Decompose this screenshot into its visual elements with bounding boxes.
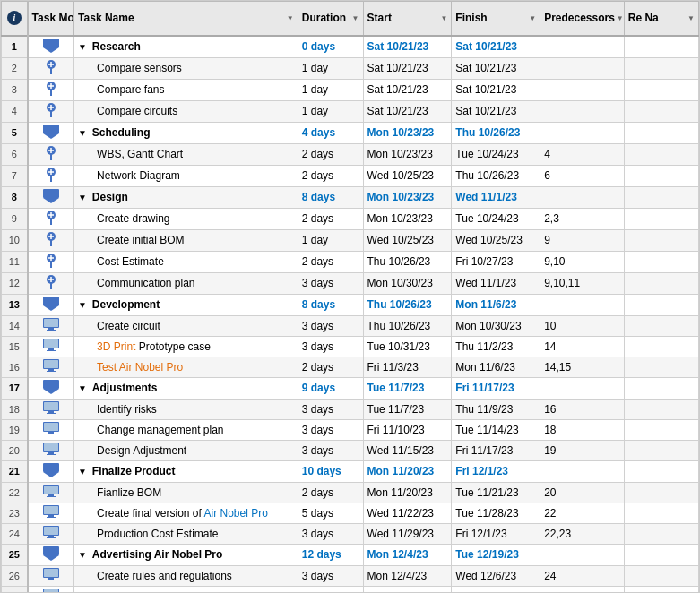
task-name-cell[interactable]: WBS, Gantt Chart	[74, 143, 298, 165]
predecessors-cell[interactable]	[540, 544, 625, 565]
resource-cell[interactable]	[624, 208, 698, 229]
finish-cell[interactable]: Wed 10/25/23	[452, 229, 540, 251]
start-cell[interactable]: Wed 11/15/23	[363, 440, 452, 460]
task-name-cell[interactable]: Identify risks	[74, 399, 298, 419]
resource-cell[interactable]	[624, 251, 698, 272]
collapse-arrow-icon[interactable]: ▼	[78, 193, 90, 202]
resource-cell[interactable]	[624, 315, 698, 336]
resource-cell[interactable]	[624, 377, 698, 399]
finish-cell[interactable]: Mon 11/6/23	[452, 294, 540, 315]
finish-cell[interactable]: Tue 12/12/23	[452, 586, 540, 593]
task-name-cell[interactable]: ▼ Scheduling	[74, 122, 298, 143]
table-row[interactable]: 18 Identify risks3 daysTue 11/7/23Thu 11…	[2, 399, 699, 419]
header-duration[interactable]: Duration ▼	[298, 2, 363, 36]
table-row[interactable]: 9 Create drawing2 daysMon 10/23/23Tue 10…	[2, 208, 699, 229]
predecessors-cell[interactable]	[540, 294, 625, 315]
duration-cell[interactable]: 0 days	[298, 36, 363, 58]
table-row[interactable]: 24 Production Cost Estimate3 daysWed 11/…	[2, 523, 699, 544]
task-name-cell[interactable]: ▼ Advertising Air Nobel Pro	[74, 544, 298, 565]
predecessors-cell[interactable]	[540, 122, 625, 143]
table-row[interactable]: 17 ▼ Adjustments9 daysTue 11/7/23Fri 11/…	[2, 377, 699, 399]
table-row[interactable]: 14 Create circuit3 daysThu 10/26/23Mon 1…	[2, 315, 699, 336]
task-name-cell[interactable]: Test Air Nobel Pro	[74, 357, 298, 377]
duration-cell[interactable]: 1 day	[298, 229, 363, 251]
duration-cell[interactable]: 8 days	[298, 294, 363, 315]
start-cell[interactable]: Thu 10/26/23	[363, 315, 452, 336]
finish-cell[interactable]: Wed 11/1/23	[452, 186, 540, 208]
predecessors-cell[interactable]: 22,23	[540, 523, 625, 544]
duration-cell[interactable]: 3 days	[298, 440, 363, 460]
table-row[interactable]: 8 ▼ Design8 daysMon 10/23/23Wed 11/1/23	[2, 186, 699, 208]
predecessors-cell[interactable]: 16	[540, 399, 625, 419]
finish-cell[interactable]: Thu 11/2/23	[452, 336, 540, 357]
task-name-cell[interactable]: ▼ Development	[74, 294, 298, 315]
resource-cell[interactable]	[624, 544, 698, 565]
start-cell[interactable]: Fri 11/3/23	[363, 357, 452, 377]
resource-cell[interactable]	[624, 143, 698, 165]
resource-cell[interactable]	[624, 229, 698, 251]
task-name-cell[interactable]: Compare fans	[74, 79, 298, 100]
finish-cell[interactable]: Fri 12/1/23	[452, 460, 540, 482]
start-cell[interactable]: Mon 12/4/23	[363, 544, 452, 565]
resource-cell[interactable]	[624, 503, 698, 523]
task-name-cell[interactable]: ▼ Design	[74, 186, 298, 208]
start-cell[interactable]: Thu 10/26/23	[363, 251, 452, 272]
predecessors-cell[interactable]: 22	[540, 503, 625, 523]
finish-cell[interactable]: Tue 12/19/23	[452, 544, 540, 565]
collapse-arrow-icon[interactable]: ▼	[78, 128, 90, 138]
duration-cell[interactable]: 3 days	[298, 399, 363, 419]
predecessors-cell[interactable]	[540, 186, 625, 208]
duration-cell[interactable]: 1 day	[298, 57, 363, 79]
table-row[interactable]: 12 Communication plan3 daysMon 10/30/23W…	[2, 272, 699, 294]
start-cell[interactable]: Wed 11/29/23	[363, 523, 452, 544]
start-cell[interactable]: Mon 10/23/23	[363, 143, 452, 165]
resource-cell[interactable]	[624, 79, 698, 100]
resource-cell[interactable]	[624, 565, 698, 586]
duration-cell[interactable]: 3 days	[298, 315, 363, 336]
task-name-cell[interactable]: Fianlize BOM	[74, 482, 298, 503]
finish-cell[interactable]: Sat 10/21/23	[452, 100, 540, 122]
table-row[interactable]: 20 Design Adjustment3 daysWed 11/15/23Fr…	[2, 440, 699, 460]
resource-cell[interactable]	[624, 57, 698, 79]
table-row[interactable]: 6 WBS, Gantt Chart2 daysMon 10/23/23Tue …	[2, 143, 699, 165]
table-row[interactable]: 19 Change management plan3 daysFri 11/10…	[2, 419, 699, 440]
finish-cell[interactable]: Fri 10/27/23	[452, 251, 540, 272]
start-cell[interactable]: Tue 11/7/23	[363, 399, 452, 419]
predecessors-cell[interactable]: 14	[540, 336, 625, 357]
header-task-mode[interactable]: Task Mode ▼	[28, 2, 74, 36]
finish-cell[interactable]: Thu 10/26/23	[452, 165, 540, 186]
resource-cell[interactable]	[624, 523, 698, 544]
resource-cell[interactable]	[624, 357, 698, 377]
start-cell[interactable]: Sat 10/21/23	[363, 36, 452, 58]
finish-cell[interactable]: Sat 10/21/23	[452, 57, 540, 79]
finish-cell[interactable]: Thu 11/9/23	[452, 399, 540, 419]
start-cell[interactable]: Mon 10/23/23	[363, 208, 452, 229]
table-row[interactable]: 7 Network Diagram2 daysWed 10/25/23Thu 1…	[2, 165, 699, 186]
table-row[interactable]: 16 Test Air Nobel Pro2 daysFri 11/3/23Mo…	[2, 357, 699, 377]
table-row[interactable]: 27 Create Brochures4 daysThu 12/7/23Tue …	[2, 586, 699, 593]
duration-cell[interactable]: 9 days	[298, 377, 363, 399]
table-row[interactable]: 4 Compare circuits1 daySat 10/21/23Sat 1…	[2, 100, 699, 122]
table-row[interactable]: 23 Create final version of Air Nobel Pro…	[2, 503, 699, 523]
table-row[interactable]: 10 Create initial BOM1 dayWed 10/25/23We…	[2, 229, 699, 251]
task-name-cell[interactable]: Create circuit	[74, 315, 298, 336]
header-task-name[interactable]: Task Name ▼	[74, 2, 298, 36]
task-name-cell[interactable]: Network Diagram	[74, 165, 298, 186]
duration-cell[interactable]: 3 days	[298, 565, 363, 586]
task-name-cell[interactable]: Create Brochures	[74, 586, 298, 593]
resource-cell[interactable]	[624, 482, 698, 503]
finish-cell[interactable]: Fri 11/17/23	[452, 440, 540, 460]
table-row[interactable]: 15 3D Print Prototype case3 daysTue 10/3…	[2, 336, 699, 357]
table-row[interactable]: 5 ▼ Scheduling4 daysMon 10/23/23Thu 10/2…	[2, 122, 699, 143]
table-row[interactable]: 25 ▼ Advertising Air Nobel Pro12 daysMon…	[2, 544, 699, 565]
finish-cell[interactable]: Tue 11/28/23	[452, 503, 540, 523]
collapse-arrow-icon[interactable]: ▼	[78, 42, 90, 52]
finish-cell[interactable]: Fri 11/17/23	[452, 377, 540, 399]
finish-cell[interactable]: Wed 12/6/23	[452, 565, 540, 586]
finish-cell[interactable]: Sat 10/21/23	[452, 36, 540, 58]
duration-cell[interactable]: 2 days	[298, 143, 363, 165]
duration-cell[interactable]: 3 days	[298, 336, 363, 357]
predecessors-cell[interactable]: 19	[540, 440, 625, 460]
predecessors-cell[interactable]: 9,10	[540, 251, 625, 272]
start-cell[interactable]: Wed 10/25/23	[363, 229, 452, 251]
